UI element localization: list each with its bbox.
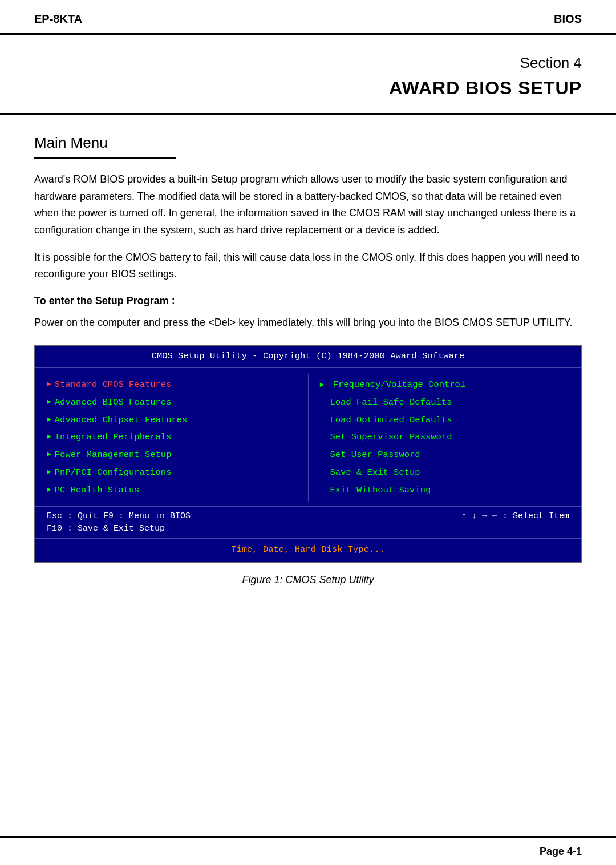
bios-right-label-6: Exit Without Saving <box>330 485 431 495</box>
bios-left-label-6: PC Health Status <box>55 483 140 498</box>
arrow-icon-1: ► <box>47 397 51 409</box>
bios-left-item-5[interactable]: ► PnP/PCI Configurations <box>47 464 299 482</box>
bios-left-item-2[interactable]: ► Advanced Chipset Features <box>47 411 299 429</box>
bios-right-item-2[interactable]: Load Optimized Defaults <box>320 411 572 429</box>
bios-title-bar: CMOS Setup Utility - Copyright (C) 1984-… <box>35 346 581 368</box>
bios-right-item-6[interactable]: Exit Without Saving <box>320 482 572 499</box>
bios-status-bar: Time, Date, Hard Disk Type... <box>35 538 581 562</box>
setup-text: Power on the computer and press the <Del… <box>34 314 582 332</box>
paragraph-1: Award's ROM BIOS provides a built-in Set… <box>34 171 582 239</box>
bios-right-label-1: Load Fail-Safe Defaults <box>330 397 452 407</box>
bios-title-text: CMOS Setup Utility - Copyright (C) 1984-… <box>152 351 465 361</box>
arrow-icon-2: ► <box>47 414 51 426</box>
bios-left-item-0[interactable]: ► Standard CMOS Features <box>47 376 299 394</box>
bios-footer-line2: F10 : Save & Exit Setup <box>47 523 191 536</box>
bios-right-label-3: Set Supervisor Password <box>330 432 452 442</box>
arrow-icon-3: ► <box>47 431 51 443</box>
bios-left-label-2: Advanced Chipset Features <box>55 413 188 427</box>
page-container: EP-8KTA BIOS Section 4 AWARD BIOS SETUP … <box>0 0 616 865</box>
bios-left-col: ► Standard CMOS Features ► Advanced BIOS… <box>35 371 308 504</box>
bios-right-item-1[interactable]: Load Fail-Safe Defaults <box>320 394 572 411</box>
header-product: EP-8KTA <box>34 10 82 27</box>
section-main-title: AWARD BIOS SETUP <box>34 74 582 102</box>
bios-right-item-4[interactable]: Set User Password <box>320 446 572 464</box>
bios-footer-arrows: ↑ ↓ → ← : Select Item <box>461 510 569 523</box>
bios-menu-area: ► Standard CMOS Features ► Advanced BIOS… <box>35 368 581 506</box>
right-arrow-icon-0: ► <box>320 381 325 389</box>
bios-left-item-1[interactable]: ► Advanced BIOS Features <box>47 394 299 411</box>
bios-screen: CMOS Setup Utility - Copyright (C) 1984-… <box>34 345 582 563</box>
section-title-area: Section 4 AWARD BIOS SETUP <box>0 35 616 115</box>
arrow-icon-6: ► <box>47 484 51 496</box>
bios-right-col: ► Frequency/Voltage Control Load Fail-Sa… <box>309 371 581 504</box>
bios-right-label-5: Save & Exit Setup <box>330 467 420 478</box>
bios-left-label-3: Integrated Peripherals <box>55 430 172 444</box>
bios-footer-line1: Esc : Quit F9 : Menu in BIOS <box>47 510 191 523</box>
section-label: Section 4 <box>34 52 582 74</box>
page-footer: Page 4-1 <box>0 836 616 865</box>
setup-label: To enter the Setup Program : <box>34 293 582 309</box>
bios-left-item-4[interactable]: ► Power Management Setup <box>47 446 299 464</box>
bios-right-item-0[interactable]: ► Frequency/Voltage Control <box>320 376 572 394</box>
bios-right-item-5[interactable]: Save & Exit Setup <box>320 464 572 482</box>
bios-left-label-0: Standard CMOS Features <box>55 378 172 392</box>
figure-caption: Figure 1: CMOS Setup Utility <box>34 572 582 588</box>
bios-right-label-4: Set User Password <box>330 450 420 460</box>
bios-right-label-0: Frequency/Voltage Control <box>333 379 466 390</box>
header: EP-8KTA BIOS <box>0 0 616 35</box>
bios-left-label-5: PnP/PCI Configurations <box>55 466 172 480</box>
arrow-icon-5: ► <box>47 467 51 479</box>
bios-right-label-2: Load Optimized Defaults <box>330 415 452 425</box>
bios-status-text: Time, Date, Hard Disk Type... <box>231 544 385 555</box>
main-menu-heading: Main Menu <box>34 132 176 159</box>
main-content: Main Menu Award's ROM BIOS provides a bu… <box>0 115 616 613</box>
bios-left-label-1: Advanced BIOS Features <box>55 395 172 410</box>
bios-right-item-3[interactable]: Set Supervisor Password <box>320 429 572 446</box>
page-number: Page 4-1 <box>540 844 582 859</box>
bios-left-label-4: Power Management Setup <box>55 448 172 462</box>
header-section: BIOS <box>554 10 582 27</box>
bios-footer: Esc : Quit F9 : Menu in BIOS F10 : Save … <box>35 506 581 538</box>
bios-footer-left: Esc : Quit F9 : Menu in BIOS F10 : Save … <box>47 510 191 536</box>
arrow-icon-0: ► <box>47 379 51 391</box>
arrow-icon-4: ► <box>47 449 51 461</box>
bios-left-item-3[interactable]: ► Integrated Peripherals <box>47 429 299 446</box>
paragraph-2: It is possible for the CMOS battery to f… <box>34 249 582 283</box>
bios-left-item-6[interactable]: ► PC Health Status <box>47 482 299 499</box>
